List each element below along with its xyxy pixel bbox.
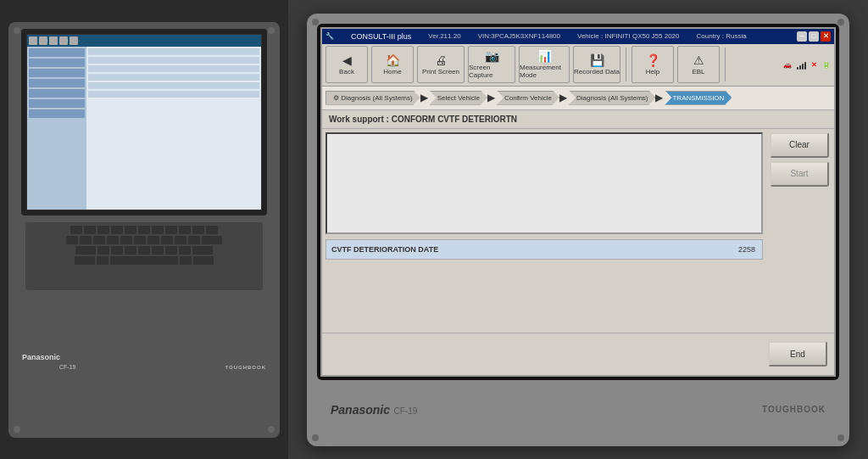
toughbook-label-left: TOUGHBOOK <box>225 365 266 370</box>
key <box>111 246 123 255</box>
battery-icon: 🔋 <box>822 61 831 69</box>
arrow-4: ▶ <box>655 92 663 104</box>
car-status: 🚗 <box>783 61 792 69</box>
measurement-mode-button[interactable]: 📊 Measurement Mode <box>519 46 570 83</box>
title-bar: 🔧 CONSULT-III plus Ver.211.20 VIN:3PCAJ5… <box>322 29 834 44</box>
right-device-panel: 🔧 CONSULT-III plus Ver.211.20 VIN:3PCAJ5… <box>288 0 868 459</box>
work-support-label: Work support : CONFORM CVTF DETERIORTN <box>329 115 517 124</box>
key <box>165 246 177 255</box>
breadcrumb-diagnosis-all[interactable]: ⚙ Diagnosis (All Systems) <box>326 91 420 105</box>
taskbar-icon <box>59 36 68 45</box>
laptop-keyboard <box>25 222 263 290</box>
toolbar: ◀ Back 🏠 Home 🖨 Print Screen 📷 Screen Ca… <box>322 44 834 87</box>
key <box>120 236 132 244</box>
key-ctrl <box>75 256 95 265</box>
content-row <box>88 82 259 89</box>
recorded-data-label: Recorded Data <box>574 68 620 76</box>
sidebar-item <box>29 48 85 57</box>
start-button[interactable]: Start <box>770 161 829 187</box>
screen-capture-icon: 📷 <box>485 50 499 62</box>
print-screen-label: Print Screen <box>422 68 459 76</box>
laptop-screen-bezel <box>21 29 267 216</box>
key <box>138 246 150 255</box>
measurement-icon: 📊 <box>537 50 552 62</box>
main-content: CVTF DETERIORATION DATE 2258 Clear Start <box>322 129 834 333</box>
back-label: Back <box>339 68 354 76</box>
sidebar-item <box>29 109 85 118</box>
warning-icon: ⚠ <box>693 54 704 66</box>
signal-bars <box>797 59 806 70</box>
key-space <box>110 256 178 265</box>
software-title: CONSULT-III plus <box>351 32 411 41</box>
car-icon: 🚗 <box>783 61 792 69</box>
print-screen-button[interactable]: 🖨 Print Screen <box>417 46 465 83</box>
key <box>165 226 177 234</box>
back-icon: ◀ <box>342 54 352 66</box>
key-shift-r <box>192 246 213 255</box>
screw-device-tr <box>837 19 844 25</box>
screw-br <box>268 426 275 433</box>
key <box>180 256 192 265</box>
content-row <box>88 74 259 81</box>
screw-device-bl <box>312 434 319 441</box>
sidebar-item <box>29 79 85 87</box>
key <box>188 236 200 244</box>
device-screen-bezel: 🔧 CONSULT-III plus Ver.211.20 VIN:3PCAJ5… <box>317 24 839 380</box>
ebl-button[interactable]: ⚠ EBL <box>677 46 720 83</box>
breadcrumb-confirm-vehicle[interactable]: Confirm Vehicle <box>497 91 559 105</box>
data-table: CVTF DETERIORATION DATE 2258 <box>326 239 763 261</box>
software-version: Ver.211.20 <box>428 32 460 40</box>
help-icon: ❓ <box>646 54 660 66</box>
recorded-data-icon: 💾 <box>590 54 604 66</box>
home-label: Home <box>383 68 401 76</box>
sidebar-item <box>29 69 85 77</box>
screw-tl <box>14 27 20 34</box>
key <box>152 246 164 255</box>
key-shift <box>75 246 96 255</box>
breadcrumb-transmission[interactable]: TRANSMISSION <box>665 91 732 105</box>
arrow-3: ▶ <box>559 92 567 104</box>
key <box>192 226 204 234</box>
recorded-data-button[interactable]: 💾 Recorded Data <box>573 46 620 83</box>
data-value-cvtf: 2258 <box>694 245 762 254</box>
key <box>161 236 173 244</box>
work-support-header: Work support : CONFORM CVTF DETERIORTN <box>322 110 834 129</box>
breadcrumb-diagnosis-all-2[interactable]: Diagnosis (All Systems) <box>569 91 655 105</box>
left-laptop-panel: Panasonic CF-19 TOUGHBOOK <box>0 0 288 459</box>
model-label-left: CF-19 <box>59 364 75 370</box>
bottom-area: End <box>322 333 834 375</box>
help-button[interactable]: ❓ Help <box>632 46 674 83</box>
toolbar-separator-2 <box>725 48 726 81</box>
vehicle-label: Vehicle : INFINITI QX50 J55 2020 <box>577 32 680 40</box>
content-row <box>88 48 259 55</box>
device-frame: 🔧 CONSULT-III plus Ver.211.20 VIN:3PCAJ5… <box>307 14 849 446</box>
country-label: Country : Russia <box>697 32 747 40</box>
maximize-button[interactable]: □ <box>809 31 819 42</box>
sidebar-item <box>29 99 85 108</box>
key <box>179 226 191 234</box>
back-button[interactable]: ◀ Back <box>326 46 368 83</box>
end-button[interactable]: End <box>768 341 827 367</box>
key <box>125 226 136 234</box>
breadcrumb-nav: ⚙ Diagnosis (All Systems) ▶ Select Vehic… <box>322 87 834 110</box>
content-row <box>88 91 259 98</box>
screen-capture-button[interactable]: 📷 Screen Capture <box>468 46 515 83</box>
software-icon: 🔧 <box>326 32 334 40</box>
screw-bl <box>14 426 20 433</box>
minimize-button[interactable]: ─ <box>797 31 807 42</box>
taskbar-icon <box>49 36 58 45</box>
key <box>179 246 191 255</box>
toolbar-status: 🚗 ✕ 🔋 <box>783 59 831 70</box>
laptop-screen <box>26 34 262 210</box>
home-button[interactable]: 🏠 Home <box>371 46 414 83</box>
device-bottom: Panasonic CF-19 TOUGHBOOK <box>317 380 839 439</box>
laptop-taskbar <box>27 35 261 47</box>
close-button[interactable]: ✕ <box>821 31 831 42</box>
key <box>206 226 218 234</box>
breadcrumb-select-vehicle[interactable]: Select Vehicle <box>430 91 487 105</box>
key <box>93 236 105 244</box>
bar-4 <box>804 62 806 70</box>
key <box>138 226 150 234</box>
screw-device-br <box>837 434 844 441</box>
clear-button[interactable]: Clear <box>770 132 829 158</box>
